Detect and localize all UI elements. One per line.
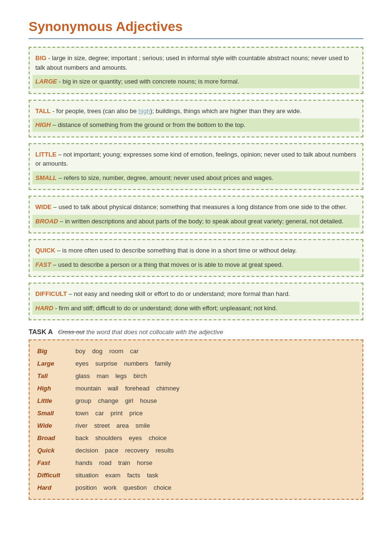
- task-adj-label: Big: [37, 347, 75, 355]
- task-adj-label: Broad: [37, 434, 75, 442]
- task-word: work: [104, 484, 117, 491]
- task-word: choice: [148, 434, 167, 442]
- task-words: towncarprintprice: [75, 410, 149, 417]
- task-words: situationexamfactstask: [75, 472, 165, 479]
- task-word: house: [140, 397, 157, 404]
- task-word: recovery: [125, 447, 149, 454]
- definitions-container: BIG - large in size, degree; important ;…: [29, 47, 363, 320]
- task-word: back: [75, 434, 88, 442]
- task-word: boy: [75, 347, 85, 355]
- task-word: price: [129, 410, 143, 417]
- task-word: man: [96, 372, 108, 379]
- task-row: Largeeyessurprisenumbersfamily: [37, 358, 355, 370]
- adj-label: QUICK: [35, 247, 55, 254]
- task-words: mountainwallforeheadchimney: [75, 385, 186, 392]
- definition-row: TALL - for people, trees (can also be hi…: [35, 105, 357, 118]
- task-word: situation: [75, 472, 98, 479]
- task-word: choice: [153, 484, 171, 491]
- definition-section-difficult-hard: DIFFICULT – not easy and needing skill o…: [29, 283, 363, 320]
- adj-label: LARGE: [35, 78, 57, 85]
- task-instruction-rest: the word that does not collocate with th…: [86, 328, 223, 336]
- adj-label: BROAD: [35, 218, 58, 225]
- definition-row: BROAD – in written descriptions and abou…: [32, 215, 360, 228]
- task-word: position: [75, 484, 97, 491]
- task-word: room: [109, 347, 124, 355]
- definition-row: BIG - large in size, degree; important ;…: [35, 52, 357, 74]
- task-word: car: [130, 347, 138, 355]
- adj-label: SMALL: [35, 174, 57, 181]
- task-word: family: [155, 360, 171, 367]
- task-words: positionworkquestionchoice: [75, 484, 178, 491]
- task-word: mountain: [75, 385, 101, 392]
- task-words: groupchangegirlhouse: [75, 397, 164, 404]
- definition-section-tall-high: TALL - for people, trees (can also be hi…: [29, 100, 363, 137]
- task-word: street: [94, 422, 110, 429]
- task-label: TASK A: [29, 328, 53, 336]
- task-adj-label: Quick: [37, 447, 75, 454]
- adj-label: DIFFICULT: [35, 290, 67, 297]
- task-word: area: [117, 422, 129, 429]
- task-word: decision: [75, 447, 98, 454]
- adj-label: LITTLE: [35, 151, 56, 158]
- task-word: question: [123, 484, 147, 491]
- task-word: wall: [107, 385, 118, 392]
- task-word: car: [95, 410, 104, 417]
- task-row: Bigboydogroomcar: [37, 345, 355, 358]
- task-words: backshoulderseyeschoice: [75, 434, 173, 442]
- task-word: group: [75, 397, 91, 404]
- definition-row: LARGE - big in size or quantity; used wi…: [32, 75, 360, 88]
- task-word: shoulders: [95, 434, 122, 442]
- task-adj-label: Small: [37, 410, 75, 417]
- task-instruction: Cross out the word that does not colloca…: [58, 328, 223, 336]
- task-row: Hardpositionworkquestionchoice: [37, 482, 355, 494]
- adj-label: HARD: [35, 305, 53, 312]
- task-word: facts: [127, 472, 140, 479]
- definition-section-quick-fast: QUICK – is more often used to describe s…: [29, 239, 363, 277]
- task-adj-label: Little: [37, 397, 75, 404]
- definition-row: SMALL – refers to size, number, degree, …: [32, 171, 360, 185]
- task-adj-label: Tall: [37, 372, 75, 379]
- task-adj-label: Large: [37, 360, 75, 367]
- task-word: birch: [134, 372, 147, 379]
- adj-label: FAST: [35, 261, 51, 268]
- title-divider: [29, 38, 363, 39]
- task-word: river: [75, 422, 87, 429]
- task-word: results: [156, 447, 174, 454]
- task-word: chimney: [156, 385, 179, 392]
- definition-row: LITTLE – not important; young; expresses…: [35, 148, 357, 170]
- adj-label: HIGH: [35, 121, 51, 128]
- task-row: Quickdecisionpacerecoveryresults: [37, 444, 355, 457]
- task-word: train: [118, 459, 130, 466]
- task-word: exam: [105, 472, 120, 479]
- task-adj-label: Hard: [37, 484, 75, 491]
- definition-section-little-small: LITTLE – not important; young; expresses…: [29, 143, 363, 190]
- crossout-text: Cross out: [58, 328, 85, 336]
- task-word: eyes: [129, 434, 142, 442]
- high-link: high: [138, 107, 150, 115]
- task-adj-label: High: [37, 385, 75, 392]
- task-words: riverstreetareasmile: [75, 422, 157, 429]
- definition-row: DIFFICULT – not easy and needing skill o…: [35, 287, 357, 301]
- task-adj-label: Wide: [37, 422, 75, 429]
- definition-section-big-large: BIG - large in size, degree; important ;…: [29, 47, 363, 94]
- task-row: Tallglassmanlegsbirch: [37, 370, 355, 382]
- definition-section-wide-broad: WIDE – used to talk about physical dista…: [29, 196, 363, 233]
- task-word: hands: [75, 459, 92, 466]
- task-row: Littlegroupchangegirlhouse: [37, 395, 355, 407]
- task-words: boydogroomcar: [75, 347, 145, 355]
- task-table: BigboydogroomcarLargeeyessurprisenumbers…: [29, 339, 363, 500]
- task-word: numbers: [124, 360, 148, 367]
- task-row: Fasthandsroadtrainhorse: [37, 457, 355, 469]
- task-adj-label: Difficult: [37, 472, 75, 479]
- definition-row: FAST – used to describe a person or a th…: [32, 258, 360, 272]
- task-row: Smalltowncarprintprice: [37, 407, 355, 420]
- task-word: forehead: [125, 385, 149, 392]
- task-words: eyessurprisenumbersfamily: [75, 360, 178, 367]
- task-row: Difficultsituationexamfactstask: [37, 469, 355, 482]
- definition-row: WIDE – used to talk about physical dista…: [35, 200, 357, 214]
- task-word: glass: [75, 372, 90, 379]
- task-word: town: [75, 410, 88, 417]
- adj-label: TALL: [35, 107, 51, 115]
- adj-label: WIDE: [35, 203, 52, 211]
- task-header: TASK A Cross out the word that does not …: [29, 328, 363, 336]
